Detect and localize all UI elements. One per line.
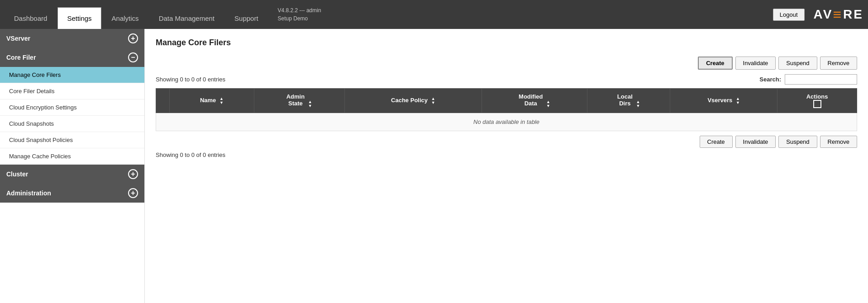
vserver-expand-icon[interactable]: + <box>128 33 138 43</box>
search-input[interactable] <box>785 74 857 85</box>
invalidate-button-bottom[interactable]: Invalidate <box>735 136 776 148</box>
sidebar: VServer + Core Filer − Manage Core Filer… <box>0 29 145 303</box>
top-bar-right: Logout AV≡RE <box>773 6 863 23</box>
create-button-top[interactable]: Create <box>698 57 732 70</box>
version-info: V4.8.2.2 --- admin Setup Demo <box>278 6 321 23</box>
col-name[interactable]: Name ▲▼ <box>170 89 254 113</box>
page-title: Manage Core Filers <box>156 38 857 47</box>
nav-tabs: Dashboard Settings Analytics Data Manage… <box>5 0 269 29</box>
suspend-button-bottom[interactable]: Suspend <box>778 136 817 148</box>
showing-text-bottom: Showing 0 to 0 of 0 entries <box>156 152 857 158</box>
showing-text-top: Showing 0 to 0 of 0 entries <box>156 76 225 83</box>
table-header-row: Name ▲▼ AdminState ▲▼ Cache Policy ▲▼ Mo… <box>156 89 857 113</box>
sidebar-section-administration-label: Administration <box>6 189 51 197</box>
search-label: Search: <box>759 76 781 83</box>
create-button-bottom[interactable]: Create <box>700 136 733 148</box>
logout-button[interactable]: Logout <box>773 9 805 21</box>
modified-data-sort-icon[interactable]: ▲▼ <box>546 100 550 108</box>
admin-state-sort-icon[interactable]: ▲▼ <box>308 100 312 108</box>
col-actions: Actions <box>777 89 857 113</box>
tab-support[interactable]: Support <box>225 7 268 29</box>
top-bar: Dashboard Settings Analytics Data Manage… <box>0 0 868 29</box>
tab-settings[interactable]: Settings <box>57 7 101 29</box>
col-selector <box>156 89 170 113</box>
cache-policy-sort-icon[interactable]: ▲▼ <box>431 97 435 105</box>
col-local-dirs[interactable]: LocalDirs ▲▼ <box>587 89 670 113</box>
col-cache-policy[interactable]: Cache Policy ▲▼ <box>344 89 482 113</box>
content-area: Manage Core Filers Create Invalidate Sus… <box>145 29 868 303</box>
vservers-sort-icon[interactable]: ▲▼ <box>736 97 740 105</box>
sidebar-item-cloud-encryption-settings[interactable]: Cloud Encryption Settings <box>0 99 144 116</box>
no-data-cell: No data available in table <box>156 113 857 131</box>
remove-button-top[interactable]: Remove <box>820 57 857 70</box>
sidebar-item-cloud-snapshots[interactable]: Cloud Snapshots <box>0 116 144 132</box>
name-sort-icon[interactable]: ▲▼ <box>219 97 224 105</box>
administration-expand-icon[interactable]: + <box>128 188 138 198</box>
local-dirs-sort-icon[interactable]: ▲▼ <box>636 100 640 108</box>
sidebar-section-vserver-label: VServer <box>6 35 30 42</box>
data-table: Name ▲▼ AdminState ▲▼ Cache Policy ▲▼ Mo… <box>156 88 857 131</box>
sidebar-section-core-filer[interactable]: Core Filer − <box>0 48 144 67</box>
suspend-button-top[interactable]: Suspend <box>778 57 817 70</box>
col-admin-state[interactable]: AdminState ▲▼ <box>254 89 344 113</box>
sidebar-section-vserver[interactable]: VServer + <box>0 29 144 48</box>
tab-data-management[interactable]: Data Management <box>149 7 224 29</box>
col-vservers[interactable]: Vservers ▲▼ <box>670 89 777 113</box>
sidebar-section-cluster[interactable]: Cluster + <box>0 165 144 184</box>
tab-dashboard[interactable]: Dashboard <box>5 7 57 29</box>
avere-logo: AV≡RE <box>814 6 863 23</box>
sidebar-section-cluster-label: Cluster <box>6 170 28 178</box>
sidebar-section-administration[interactable]: Administration + <box>0 184 144 203</box>
sidebar-item-core-filer-details[interactable]: Core Filer Details <box>0 83 144 99</box>
no-data-row: No data available in table <box>156 113 857 131</box>
cluster-expand-icon[interactable]: + <box>128 169 138 179</box>
col-modified-data[interactable]: ModifiedData ▲▼ <box>482 89 587 113</box>
invalidate-button-top[interactable]: Invalidate <box>735 57 776 70</box>
core-filer-expand-icon[interactable]: − <box>128 52 138 62</box>
bottom-toolbar: Create Invalidate Suspend Remove <box>156 136 857 148</box>
sidebar-item-manage-core-filers[interactable]: Manage Core Filers <box>0 67 144 83</box>
sidebar-item-manage-cache-policies[interactable]: Manage Cache Policies <box>0 148 144 165</box>
info-bar-top: Showing 0 to 0 of 0 entries Search: <box>156 74 857 85</box>
main-layout: VServer + Core Filer − Manage Core Filer… <box>0 29 868 303</box>
sidebar-item-cloud-snapshot-policies[interactable]: Cloud Snapshot Policies <box>0 132 144 148</box>
search-area: Search: <box>759 74 857 85</box>
actions-checkbox[interactable] <box>813 100 821 108</box>
tab-analytics[interactable]: Analytics <box>102 7 148 29</box>
top-toolbar: Create Invalidate Suspend Remove <box>156 57 857 70</box>
sidebar-section-core-filer-label: Core Filer <box>6 54 36 61</box>
remove-button-bottom[interactable]: Remove <box>820 136 857 148</box>
